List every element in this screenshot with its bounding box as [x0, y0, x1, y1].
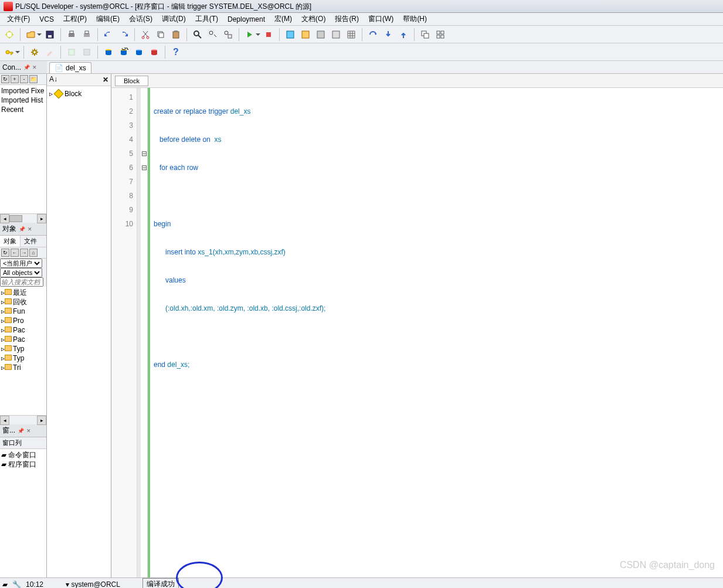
sort-icon[interactable]: A↓ [49, 75, 59, 84]
plan-icon[interactable] [329, 28, 343, 42]
open-dropdown-icon[interactable] [37, 33, 42, 36]
tree-item[interactable]: ▹Typ [1, 354, 45, 363]
refresh-icon[interactable]: ↻ [1, 249, 9, 257]
open-icon[interactable] [24, 28, 38, 42]
new-icon[interactable] [2, 28, 16, 42]
jar4-icon[interactable] [147, 45, 161, 59]
jar1-icon[interactable] [101, 45, 116, 59]
folder-icon[interactable]: 📁 [29, 75, 38, 83]
step-out-icon[interactable] [396, 28, 410, 42]
step-into-icon[interactable] [381, 28, 395, 42]
conn-item[interactable]: Imported Fixe [1, 86, 45, 96]
scroll-thumb[interactable] [9, 215, 22, 222]
tree-item[interactable]: ▹回收 [1, 297, 45, 307]
wrench-icon[interactable]: 🔧 [12, 580, 21, 589]
cut-icon[interactable] [138, 28, 152, 42]
tab-objects[interactable]: 对象 [0, 236, 21, 247]
menu-report[interactable]: 报告(R) [330, 13, 364, 25]
tree-item[interactable]: ▹Pro [1, 316, 45, 325]
step-over-icon[interactable] [366, 28, 380, 42]
back-icon[interactable]: ← [11, 249, 19, 257]
help-icon[interactable]: ? [169, 45, 183, 59]
find-next-icon[interactable] [206, 28, 220, 42]
redo-icon[interactable] [117, 28, 131, 42]
fwd-icon[interactable]: → [20, 249, 28, 257]
scroll-left-icon[interactable]: ◂ [0, 214, 9, 223]
conn-item[interactable]: Imported Hist [1, 96, 45, 105]
menu-project[interactable]: 工程(P) [59, 13, 91, 25]
menu-session[interactable]: 会话(S) [124, 13, 157, 25]
tile-icon[interactable] [433, 28, 447, 42]
code-text[interactable]: create or replace trigger del_xs before … [150, 88, 723, 577]
fold-column[interactable]: ⊟⊟ [141, 88, 148, 577]
conn-hscroll[interactable]: ◂ ▸ [0, 213, 46, 223]
tree-item[interactable]: ▹Tri [1, 363, 45, 372]
menu-macro[interactable]: 宏(M) [270, 13, 297, 25]
pin-icon[interactable]: 📌 [18, 428, 24, 434]
execute-icon[interactable] [243, 28, 257, 42]
obj-hscroll[interactable]: ◂ ▸ [0, 415, 46, 424]
close-icon[interactable]: ✕ [26, 428, 31, 434]
search-input[interactable] [0, 277, 43, 287]
code-editor[interactable]: 12345678910 ⊟⊟ create or replace trigger… [111, 88, 723, 577]
menu-vcs[interactable]: VCS [35, 14, 59, 25]
print-preview-icon[interactable] [80, 28, 94, 42]
stop-icon[interactable] [262, 28, 276, 42]
tree-item[interactable]: ▹Pac [1, 335, 45, 344]
menu-tools[interactable]: 工具(T) [191, 13, 223, 25]
save-icon[interactable] [43, 28, 57, 42]
tree-item[interactable]: ▹Fun [1, 307, 45, 316]
grid-icon[interactable] [344, 28, 358, 42]
gear-icon[interactable] [28, 45, 42, 59]
menu-debug[interactable]: 调试(D) [157, 13, 191, 25]
key-icon[interactable] [2, 45, 16, 59]
refresh-icon[interactable]: ↻ [1, 75, 9, 83]
close-icon[interactable]: ✕ [32, 64, 37, 70]
commit-icon[interactable] [283, 28, 297, 42]
menu-deployment[interactable]: Deployment [223, 14, 270, 25]
explain-icon[interactable] [314, 28, 328, 42]
copy-icon[interactable] [154, 28, 168, 42]
tab-window-list[interactable]: 窗口列 [0, 437, 46, 449]
undo-icon[interactable] [101, 28, 116, 42]
close-icon[interactable]: ✕ [103, 76, 108, 84]
menu-file[interactable]: 文件(F) [2, 13, 35, 25]
scroll-right-icon[interactable]: ▸ [37, 214, 46, 223]
execute-dropdown-icon[interactable] [256, 33, 260, 36]
expand-icon[interactable]: ▹ [49, 90, 53, 98]
scroll-right-icon[interactable]: ▸ [37, 416, 46, 425]
print-icon[interactable] [65, 28, 79, 42]
window-item[interactable]: ▰ 程序窗口 [1, 460, 45, 469]
menu-edit[interactable]: 编辑(E) [91, 13, 124, 25]
beautify-icon[interactable] [65, 45, 79, 59]
home-icon[interactable]: ⌂ [29, 249, 38, 257]
brush-icon[interactable] [43, 45, 57, 59]
outline-block[interactable]: ▹ Block [49, 89, 108, 99]
jar3-icon[interactable] [132, 45, 146, 59]
replace-icon[interactable] [221, 28, 235, 42]
tree-item[interactable]: ▹Typ [1, 344, 45, 354]
menu-help[interactable]: 帮助(H) [398, 13, 432, 25]
jar2-icon[interactable]: SQL [117, 45, 131, 59]
rollback-icon[interactable] [298, 28, 313, 42]
tab-files[interactable]: 文件 [21, 236, 40, 247]
tree-item[interactable]: ▹Pac [1, 325, 45, 335]
key-dropdown-icon[interactable] [15, 51, 20, 53]
status-connection[interactable]: system@ORCL [71, 580, 120, 589]
menu-window[interactable]: 窗口(W) [364, 13, 398, 25]
find-icon[interactable] [191, 28, 205, 42]
user-dropdown[interactable]: <当前用户> [0, 259, 42, 268]
window-item[interactable]: ▰ 命令窗口 [1, 450, 45, 460]
pin-icon[interactable]: 📌 [23, 64, 30, 70]
minus-icon[interactable]: - [20, 75, 28, 83]
tree-item[interactable]: ▹最近 [1, 288, 45, 297]
pin-icon[interactable]: 📌 [19, 226, 25, 232]
paste-icon[interactable] [169, 28, 183, 42]
block-button[interactable]: Block [115, 76, 148, 86]
windows-icon[interactable] [418, 28, 432, 42]
menu-bar[interactable]: 文件(F) VCS 工程(P) 编辑(E) 会话(S) 调试(D) 工具(T) … [0, 13, 723, 26]
close-icon[interactable]: ✕ [28, 226, 32, 232]
scroll-left-icon[interactable]: ◂ [0, 416, 9, 425]
conn-item[interactable]: Recent [1, 105, 45, 114]
beautify2-icon[interactable] [80, 45, 94, 59]
